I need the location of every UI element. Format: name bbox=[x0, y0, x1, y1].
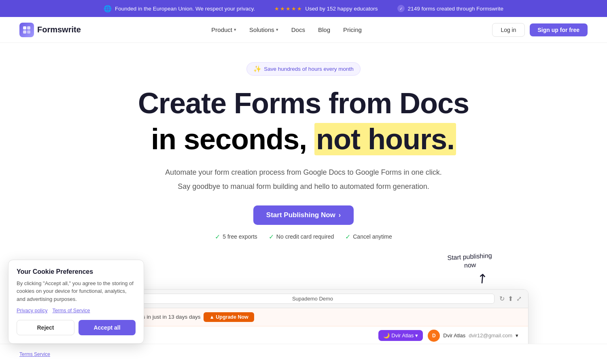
cta-arrow-icon: › bbox=[339, 212, 341, 219]
hero-section: ✨ Save hundreds of hours every month Cre… bbox=[0, 43, 607, 265]
hero-title-before-highlight: in seconds, bbox=[151, 123, 307, 155]
browser-refresh-button[interactable]: ↻ bbox=[499, 295, 505, 303]
user-badge-name: Dvir Atlas bbox=[391, 332, 414, 339]
cookie-body: By clicking "Accept all," you agree to t… bbox=[17, 279, 136, 303]
footer-terms[interactable]: Terms Service bbox=[19, 351, 50, 357]
hero-title-line2: in seconds, not hours. bbox=[10, 123, 597, 156]
login-button[interactable]: Log in bbox=[492, 23, 524, 37]
nav-actions: Log in Sign up for free bbox=[492, 23, 588, 37]
nav-links: Product ▾ Solutions ▾ Docs Blog Pricing bbox=[211, 26, 362, 33]
nav-blog[interactable]: Blog bbox=[318, 26, 330, 33]
cookie-title: Your Cookie Preferences bbox=[17, 268, 136, 275]
product-chevron-icon: ▾ bbox=[234, 27, 236, 32]
hero-badge-text: Save hundreds of hours every month bbox=[264, 66, 353, 72]
logo[interactable]: Formswrite bbox=[19, 23, 81, 37]
cookie-banner: Your Cookie Preferences By clicking "Acc… bbox=[8, 260, 144, 344]
sparkle-icon: ✨ bbox=[253, 65, 261, 73]
terms-of-service-link[interactable]: Terms of Service bbox=[52, 308, 90, 313]
browser-actions: ↻ ⬆ ⤢ bbox=[499, 295, 522, 303]
perk-cancel-text: Cancel anytime bbox=[353, 233, 392, 240]
user-badge: 🌙 Dvir Atlas ▾ bbox=[378, 330, 423, 341]
hero-subtitle2: Say goodbye to manual form building and … bbox=[10, 181, 597, 193]
hero-title-highlight: not hours. bbox=[314, 123, 456, 155]
star-5: ★ bbox=[297, 6, 302, 12]
browser-fullscreen-button[interactable]: ⤢ bbox=[516, 295, 522, 303]
perk-no-card-text: No credit card required bbox=[276, 233, 334, 240]
banner-founded: 🌐 Founded in the European Union. We resp… bbox=[104, 5, 255, 13]
perk-no-card: ✓ No credit card required bbox=[269, 233, 334, 241]
cta-button[interactable]: Start Publishing Now › bbox=[253, 205, 354, 225]
check-cancel-icon: ✓ bbox=[345, 233, 350, 241]
signup-button[interactable]: Sign up for free bbox=[530, 23, 588, 36]
browser-url-bar[interactable]: Supademo Demo bbox=[131, 294, 495, 304]
user-chevron-icon: ▾ bbox=[516, 332, 518, 339]
perk-cancel: ✓ Cancel anytime bbox=[345, 233, 392, 241]
banner-users: ★ ★ ★ ★ ★ Used by 152 happy educators bbox=[274, 6, 378, 12]
app-header: 🌙 Dvir Atlas ▾ D Dvir Atlas dvir12@gmail… bbox=[79, 326, 528, 345]
privacy-policy-link[interactable]: Privacy policy bbox=[17, 308, 47, 313]
cookie-buttons: Reject Accept all bbox=[17, 320, 136, 335]
logo-icon bbox=[19, 23, 34, 37]
cookie-links: Privacy policy Terms of Service bbox=[17, 308, 136, 313]
hero-title-line1: Create Forms from Docs bbox=[10, 87, 597, 120]
check-icon: ✓ bbox=[397, 5, 405, 12]
svg-rect-1 bbox=[27, 26, 30, 30]
user-badge-chevron-icon: ▾ bbox=[415, 332, 418, 339]
browser-share-button[interactable]: ⬆ bbox=[508, 295, 513, 303]
top-banner: 🌐 Founded in the European Union. We resp… bbox=[0, 0, 607, 17]
nav-solutions[interactable]: Solutions ▾ bbox=[249, 26, 278, 33]
demo-annotation: Start publishing now bbox=[447, 252, 492, 271]
svg-rect-2 bbox=[23, 30, 26, 34]
nav-pricing[interactable]: Pricing bbox=[343, 26, 362, 33]
perk-exports: ✓ 5 free exports bbox=[215, 233, 257, 241]
svg-rect-0 bbox=[23, 26, 26, 30]
hero-badge: ✨ Save hundreds of hours every month bbox=[246, 62, 360, 76]
svg-rect-3 bbox=[27, 30, 30, 34]
banner-users-text: Used by 152 happy educators bbox=[305, 6, 378, 12]
star-rating: ★ ★ ★ ★ ★ bbox=[274, 6, 302, 12]
app-trial-banner: 🕐 Your free trial ends in just in 13 day… bbox=[79, 308, 528, 326]
hero-subtitle1: Automate your form creation process from… bbox=[10, 167, 597, 178]
user-display-name: Dvir Atlas bbox=[443, 332, 465, 339]
globe-icon: 🌐 bbox=[104, 5, 112, 13]
check-exports-icon: ✓ bbox=[215, 233, 220, 241]
browser-bar: ← → Supademo Demo ↻ ⬆ ⤢ bbox=[79, 290, 528, 308]
star-1: ★ bbox=[274, 6, 279, 12]
user-email: dvir12@gmail.com bbox=[469, 332, 512, 339]
avatar: D bbox=[428, 330, 440, 342]
annotation-arrow-icon: ↙ bbox=[473, 270, 492, 288]
reject-button[interactable]: Reject bbox=[17, 320, 74, 335]
check-no-card-icon: ✓ bbox=[269, 233, 274, 241]
star-3: ★ bbox=[286, 6, 291, 12]
navbar: Formswrite Product ▾ Solutions ▾ Docs Bl… bbox=[0, 17, 607, 43]
upgrade-button[interactable]: ▲ Upgrade Now bbox=[204, 312, 254, 322]
nav-docs[interactable]: Docs bbox=[291, 26, 305, 33]
perk-exports-text: 5 free exports bbox=[223, 233, 257, 240]
solutions-chevron-icon: ▾ bbox=[276, 27, 278, 32]
user-info: D Dvir Atlas dvir12@gmail.com ▾ bbox=[428, 330, 518, 342]
banner-forms: ✓ 2149 forms created through Formswrite bbox=[397, 5, 503, 12]
nav-product[interactable]: Product ▾ bbox=[211, 26, 236, 33]
banner-forms-text: 2149 forms created through Formswrite bbox=[408, 6, 503, 12]
accept-button[interactable]: Accept all bbox=[79, 320, 136, 335]
star-2: ★ bbox=[280, 6, 285, 12]
footer: Terms Service bbox=[0, 344, 607, 364]
hero-perks: ✓ 5 free exports ✓ No credit card requir… bbox=[10, 233, 597, 241]
banner-founded-text: Founded in the European Union. We respec… bbox=[115, 6, 255, 12]
logo-text: Formswrite bbox=[37, 25, 81, 34]
star-4: ★ bbox=[291, 6, 296, 12]
